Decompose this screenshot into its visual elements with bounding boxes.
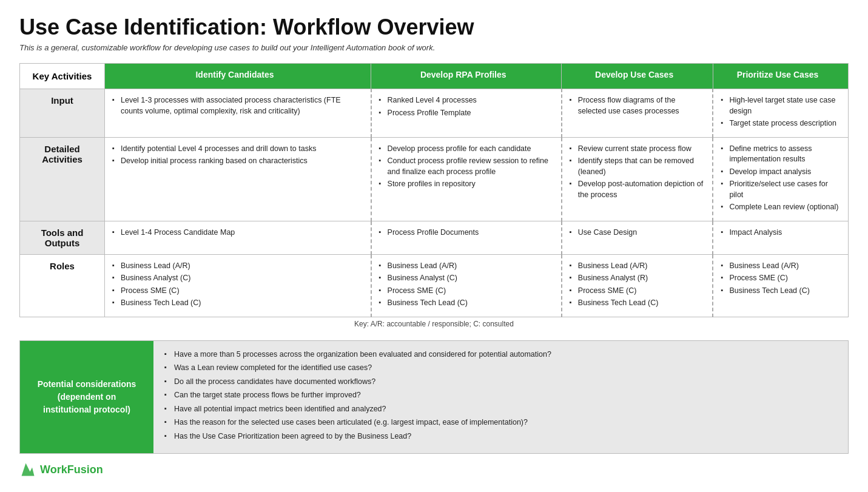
cell-1-3: Define metrics to assess implementation … — [713, 137, 848, 221]
list-item: Have all potential impact metrics been i… — [164, 404, 837, 415]
cell-0-3: High-level target state use case designT… — [713, 89, 848, 138]
roles-key: Key: A/R: accountable / responsible; C: … — [19, 317, 849, 332]
cell-3-1: Business Lead (A/R)Business Analyst (C)P… — [371, 254, 562, 317]
list-item: Target state process description — [721, 118, 841, 129]
list-item: Can the target state process flows be fu… — [164, 390, 837, 401]
list-item: Business Lead (A/R) — [379, 261, 554, 272]
row-label-1: Detailed Activities — [20, 137, 105, 221]
page-subtitle: This is a general, customizable workflow… — [19, 43, 849, 52]
cell-2-1: Process Profile Documents — [371, 221, 562, 254]
considerations-label: Potential considerations(dependent onins… — [20, 341, 153, 454]
cell-0-2: Process flow diagrams of the selected us… — [562, 89, 713, 138]
col-header-develop-uc: Develop Use Cases — [562, 64, 713, 89]
list-item: Develop process profile for each candida… — [379, 144, 554, 155]
cell-3-3: Business Lead (A/R)Process SME (C)Busine… — [713, 254, 848, 317]
list-item: Identify potential Level 4 processes and… — [112, 144, 363, 155]
list-item: Complete Lean review (optional) — [721, 202, 841, 213]
list-item: Process Profile Template — [379, 108, 554, 119]
list-item: Business Tech Lead (C) — [112, 298, 363, 309]
col-header-develop-rpa: Develop RPA Profiles — [371, 64, 562, 89]
cell-1-0: Identify potential Level 4 processes and… — [105, 137, 371, 221]
row-label-3: Roles — [20, 254, 105, 317]
identify-arrow: Identify Candidates — [105, 64, 371, 86]
list-item: Process SME (C) — [721, 273, 841, 284]
cell-3-0: Business Lead (A/R)Business Analyst (C)P… — [105, 254, 371, 317]
corner-header: Key Activities — [20, 64, 105, 89]
develop-uc-arrow: Develop Use Cases — [562, 64, 713, 86]
list-item: Process Profile Documents — [379, 227, 554, 238]
cell-3-2: Business Lead (A/R)Business Analyst (R)P… — [562, 254, 713, 317]
list-item: Business Tech Lead (C) — [570, 298, 705, 309]
list-item: Level 1-4 Process Candidate Map — [112, 227, 363, 238]
workflow-table: Key Activities Identify Candidates Devel… — [19, 63, 849, 317]
list-item: Identify steps that can be removed (lean… — [570, 156, 705, 177]
list-item: Has the reason for the selected use case… — [164, 417, 837, 428]
list-item: Review current state process flow — [570, 144, 705, 155]
col-header-prioritize: Prioritize Use Cases — [713, 64, 848, 89]
workfusion-logo-icon — [19, 461, 36, 478]
list-item: Business Tech Lead (C) — [379, 298, 554, 309]
col-header-identify: Identify Candidates — [105, 64, 371, 89]
list-item: Business Analyst (C) — [379, 273, 554, 284]
list-item: Process SME (C) — [570, 286, 705, 297]
workfusion-logo: WorkFusion — [19, 461, 849, 478]
list-item: High-level target state use case design — [721, 95, 841, 116]
row-label-2: Tools and Outputs — [20, 221, 105, 254]
list-item: Process SME (C) — [379, 286, 554, 297]
svg-marker-0 — [22, 463, 35, 476]
list-item: Define metrics to assess implementation … — [721, 144, 841, 165]
list-item: Business Lead (A/R) — [112, 261, 363, 272]
list-item: Develop initial process ranking based on… — [112, 156, 363, 167]
cell-1-2: Review current state process flowIdentif… — [562, 137, 713, 221]
list-item: Conduct process profile review session t… — [379, 156, 554, 177]
cell-0-0: Level 1-3 processes with associated proc… — [105, 89, 371, 138]
cell-2-0: Level 1-4 Process Candidate Map — [105, 221, 371, 254]
list-item: Level 1-3 processes with associated proc… — [112, 95, 363, 116]
list-item: Impact Analysis — [721, 227, 841, 238]
considerations-list: Have a more than 5 processes across the … — [164, 349, 837, 442]
cell-0-1: Ranked Level 4 processesProcess Profile … — [371, 89, 562, 138]
list-item: Prioritize/select use cases for pilot — [721, 179, 841, 200]
list-item: Develop impact analysis — [721, 167, 841, 178]
list-item: Do all the process candidates have docum… — [164, 377, 837, 388]
logo-text: WorkFusion — [40, 463, 103, 476]
list-item: Store profiles in repository — [379, 179, 554, 190]
develop-rpa-arrow: Develop RPA Profiles — [371, 64, 561, 86]
list-item: Business Analyst (R) — [570, 273, 705, 284]
row-label-0: Input — [20, 89, 105, 138]
considerations-section: Potential considerations(dependent onins… — [19, 340, 849, 454]
list-item: Have a more than 5 processes across the … — [164, 349, 837, 360]
list-item: Process flow diagrams of the selected us… — [570, 95, 705, 116]
cell-1-1: Develop process profile for each candida… — [371, 137, 562, 221]
list-item: Process SME (C) — [112, 286, 363, 297]
cell-2-2: Use Case Design — [562, 221, 713, 254]
list-item: Business Lead (A/R) — [570, 261, 705, 272]
prioritize-arrow: Prioritize Use Cases — [713, 64, 848, 86]
cell-2-3: Impact Analysis — [713, 221, 848, 254]
list-item: Has the Use Case Prioritization been agr… — [164, 431, 837, 442]
considerations-content: Have a more than 5 processes across the … — [153, 341, 848, 454]
list-item: Ranked Level 4 processes — [379, 95, 554, 106]
list-item: Business Tech Lead (C) — [721, 286, 841, 297]
list-item: Business Analyst (C) — [112, 273, 363, 284]
page-title: Use Case Identification: Workflow Overvi… — [19, 15, 849, 39]
list-item: Business Lead (A/R) — [721, 261, 841, 272]
list-item: Develop post-automation depiction of the… — [570, 179, 705, 200]
list-item: Use Case Design — [570, 227, 705, 238]
list-item: Was a Lean review completed for the iden… — [164, 363, 837, 374]
